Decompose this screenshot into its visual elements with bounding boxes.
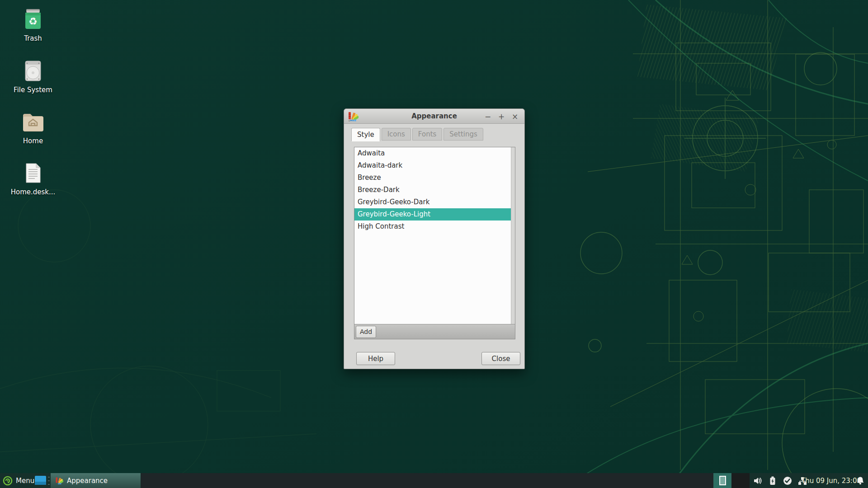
- style-list-item[interactable]: Adwaita: [354, 147, 515, 160]
- desktop-icon-home-desktop-file[interactable]: Home.desk...: [8, 162, 58, 196]
- svg-text:+: +: [348, 119, 350, 122]
- desktop: ♻ Trash File System: [0, 0, 868, 488]
- list-scrollbar[interactable]: [511, 147, 515, 324]
- miniature-window: [719, 476, 726, 485]
- task-button-label: Appearance: [67, 477, 108, 485]
- style-list-item[interactable]: Breeze-Dark: [354, 184, 515, 196]
- notification-bell-icon[interactable]: [856, 473, 864, 488]
- style-list: Adwaita Adwaita-dark Breeze Breeze-Dark …: [354, 147, 515, 324]
- maximize-button[interactable]: +: [495, 109, 507, 124]
- tab-fonts[interactable]: Fonts: [412, 128, 442, 141]
- style-list-frame: Adwaita Adwaita-dark Breeze Breeze-Dark …: [354, 147, 515, 339]
- workspace-switcher[interactable]: [713, 473, 750, 488]
- style-list-item[interactable]: Greybird-Geeko-Dark: [354, 196, 515, 208]
- style-list-item[interactable]: Adwaita-dark: [354, 160, 515, 172]
- battery-icon[interactable]: [768, 476, 777, 485]
- appearance-window: + Appearance − + × Style Icons Fonts Set…: [344, 108, 525, 369]
- list-toolbar: Add: [354, 324, 515, 339]
- menu-label: Menu: [16, 477, 34, 485]
- help-button[interactable]: Help: [356, 352, 395, 365]
- tasklist-area: [51, 473, 750, 488]
- home-folder-icon: [22, 111, 44, 133]
- desktop-icon-label: Home.desk...: [11, 188, 56, 196]
- close-button[interactable]: Close: [481, 352, 520, 365]
- desktop-icon-home[interactable]: Home: [8, 111, 58, 145]
- distro-logo-icon: [3, 476, 13, 486]
- volume-icon[interactable]: [753, 476, 762, 485]
- clock[interactable]: Thu 09 Jun, 23:00: [801, 473, 861, 488]
- updates-ok-icon[interactable]: [783, 476, 792, 485]
- add-theme-button[interactable]: Add: [356, 326, 376, 338]
- workspace-2[interactable]: [731, 473, 750, 488]
- desktop-icon-label: File System: [14, 86, 52, 94]
- document-icon: [22, 162, 44, 184]
- style-list-item[interactable]: High Contrast: [354, 221, 515, 233]
- system-tray: [751, 473, 807, 488]
- task-button-appearance[interactable]: Appearance: [51, 473, 141, 488]
- style-list-item-selected[interactable]: Greybird-Geeko-Light: [354, 208, 515, 221]
- appearance-app-icon: +: [348, 111, 359, 122]
- titlebar[interactable]: + Appearance − + ×: [344, 109, 524, 124]
- trash-icon: ♻: [22, 8, 44, 31]
- desktop-icon-filesystem[interactable]: File System: [8, 60, 58, 94]
- desktop-icon-trash[interactable]: ♻ Trash: [8, 8, 58, 42]
- svg-text:♻: ♻: [28, 16, 38, 27]
- filesystem-icon: [22, 60, 44, 82]
- applications-menu-button[interactable]: Menu: [0, 473, 39, 488]
- minimize-button[interactable]: −: [482, 109, 494, 124]
- taskbar: Menu Appearance: [0, 473, 868, 488]
- tabbar: Style Icons Fonts Settings: [351, 128, 483, 141]
- panel-separator-handle[interactable]: [48, 477, 50, 485]
- appearance-task-icon: [55, 477, 63, 485]
- close-window-button[interactable]: ×: [509, 109, 521, 124]
- tab-settings[interactable]: Settings: [443, 128, 483, 141]
- tab-style[interactable]: Style: [351, 128, 380, 141]
- desktop-icon-label: Trash: [24, 34, 42, 42]
- tab-icons[interactable]: Icons: [382, 128, 411, 141]
- desktop-icon-label: Home: [23, 137, 43, 145]
- show-desktop-icon[interactable]: [34, 475, 47, 486]
- style-list-item[interactable]: Breeze: [354, 172, 515, 184]
- workspace-1-active[interactable]: [713, 473, 731, 488]
